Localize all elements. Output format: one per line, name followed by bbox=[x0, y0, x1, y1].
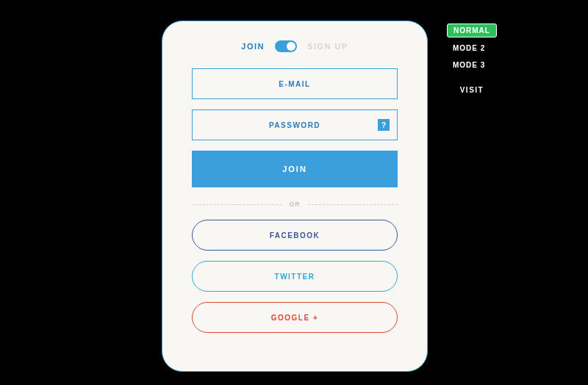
mode-2-button[interactable]: Mode 2 bbox=[447, 42, 497, 54]
twitter-button[interactable]: TWITTER bbox=[192, 261, 398, 292]
facebook-button[interactable]: FACEBOOK bbox=[192, 220, 398, 251]
toggle-knob bbox=[287, 42, 295, 51]
email-field[interactable]: E-MAIL bbox=[192, 68, 398, 99]
tab-join[interactable]: JOIN bbox=[241, 42, 265, 51]
divider-line-left bbox=[192, 204, 282, 205]
auth-tabs: JOIN SIGN UP bbox=[192, 40, 398, 52]
password-placeholder: PASSWORD bbox=[269, 121, 320, 129]
join-button[interactable]: JOIN bbox=[192, 151, 398, 187]
mode-3-button[interactable]: Mode 3 bbox=[447, 59, 497, 71]
divider-label: OR bbox=[289, 201, 301, 208]
auth-toggle[interactable] bbox=[275, 40, 297, 52]
password-field[interactable]: PASSWORD ? bbox=[192, 109, 398, 140]
divider: OR bbox=[192, 201, 398, 208]
forgot-password-button[interactable]: ? bbox=[378, 119, 390, 131]
visit-link[interactable]: Visit bbox=[447, 86, 497, 94]
login-card: JOIN SIGN UP E-MAIL PASSWORD ? JOIN OR F… bbox=[162, 21, 428, 372]
mode-normal-button[interactable]: Normal bbox=[447, 24, 497, 37]
google-button[interactable]: GOOGLE + bbox=[192, 302, 398, 333]
tab-signup[interactable]: SIGN UP bbox=[307, 42, 348, 51]
mode-sidebar: Normal Mode 2 Mode 3 Visit bbox=[447, 24, 497, 94]
email-placeholder: E-MAIL bbox=[279, 80, 310, 88]
divider-line-right bbox=[308, 204, 398, 205]
